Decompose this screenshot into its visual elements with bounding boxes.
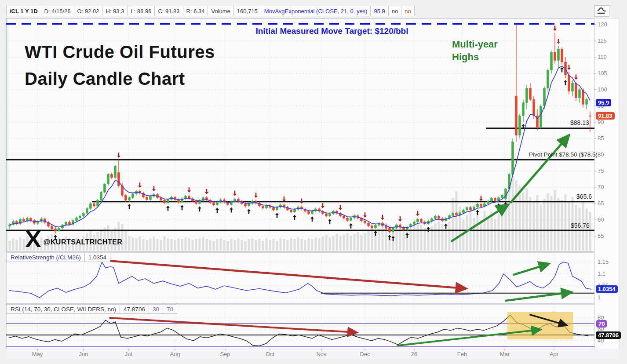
svg-text:120: 120 [598, 21, 607, 28]
svg-text:55: 55 [598, 233, 604, 239]
svg-text:65: 65 [598, 200, 604, 207]
line-chart-icon [597, 7, 607, 15]
volume-label-cell[interactable]: Volume [208, 6, 233, 16]
study-flag1-cell[interactable]: no [389, 6, 401, 16]
svg-text:Sep: Sep [220, 351, 230, 357]
svg-text:Dec: Dec [360, 351, 370, 357]
rs-study-label[interactable]: RelativeStrength (/CLM26) [7, 253, 85, 262]
close-cell[interactable]: C: 91.83 [155, 6, 183, 16]
rsi-header: RSI (14, 70, 30, CLOSE, WILDERS, no) 47.… [7, 305, 177, 314]
svg-text:1: 1 [598, 294, 601, 301]
x-logo-icon: X [25, 228, 41, 251]
open-cell[interactable]: O: 92.02 [74, 6, 103, 16]
level-88-label: $88.13 [570, 119, 589, 126]
watermark: X @KURTSALTRICHTER [26, 228, 122, 251]
svg-text:Mar: Mar [500, 351, 510, 357]
level-56-label: $56.76 [571, 222, 590, 229]
svg-text:110: 110 [598, 54, 607, 60]
rs-study-value: 1.0354 [85, 253, 110, 262]
rsi-overbought-setting[interactable]: 70 [163, 305, 177, 314]
rsi-study-label[interactable]: RSI (14, 70, 30, CLOSE, WILDERS, no) [7, 305, 120, 314]
toolbar: /CL 1 Y 1D D: 4/15/26 O: 92.02 H: 93.3 L… [6, 6, 415, 16]
rsi-value-badge: 47.8706 [596, 331, 621, 339]
svg-text:60: 60 [598, 216, 604, 223]
study-value-cell: 95.9 [371, 6, 388, 16]
volume-value-cell: 160,715 [234, 6, 261, 16]
multi-year-highs-label: Multi-year Highs [452, 38, 498, 63]
chart-style-button[interactable] [594, 5, 609, 17]
svg-text:Aug: Aug [170, 351, 180, 357]
ema-price-badge: 95.9 [596, 99, 611, 106]
pivot-point-label: Pivot Point $78.50 ($78.5) [529, 151, 598, 158]
svg-text:Jul: Jul [125, 351, 132, 357]
svg-text:75: 75 [598, 167, 604, 174]
last-price-badge: 91.83 [596, 112, 615, 120]
relative-strength-value-badge: 1.0354 [596, 285, 618, 293]
svg-text:1.1: 1.1 [598, 270, 605, 277]
svg-text:100: 100 [598, 86, 607, 93]
rsi-oversold-setting[interactable]: 30 [149, 305, 163, 314]
svg-text:115: 115 [598, 37, 607, 44]
svg-text:105: 105 [598, 70, 607, 76]
multi-year-line1: Multi-year [452, 38, 498, 51]
date-cell[interactable]: D: 4/15/26 [41, 6, 74, 16]
study-flag2-cell[interactable]: no [401, 6, 414, 16]
rsi-overbought-badge: 70 [596, 320, 607, 328]
chart-title: WTI Crude Oil Futures Daily Candle Chart [25, 39, 215, 92]
high-cell[interactable]: H: 93.3 [102, 6, 128, 16]
low-cell[interactable]: L: 86.96 [128, 6, 155, 16]
watermark-handle: @KURTSALTRICHTER [44, 238, 123, 246]
multi-year-line2: Highs [452, 51, 498, 63]
chart-title-line1: WTI Crude Oil Futures [25, 39, 215, 66]
svg-text:80: 80 [598, 151, 604, 158]
svg-text:85: 85 [598, 135, 604, 142]
svg-text:Feb: Feb [457, 351, 467, 357]
relative-strength-header: RelativeStrength (/CLM26) 1.0354 [7, 253, 110, 262]
svg-text:1.15: 1.15 [598, 258, 609, 265]
svg-text:26: 26 [411, 351, 417, 357]
measured-move-target-label: Initial Measured Move Target: $120/bbl [189, 26, 475, 36]
level-65-label: $65.6 [576, 193, 592, 200]
rsi-study-value: 47.8706 [120, 305, 149, 314]
symbol-timeframe-cell[interactable]: /CL 1 Y 1D [6, 6, 41, 16]
range-cell[interactable]: R: 6.34 [183, 6, 208, 16]
svg-text:Jun: Jun [79, 351, 88, 357]
svg-text:Nov: Nov [316, 351, 327, 357]
svg-text:Oct: Oct [266, 351, 275, 357]
trading-platform-screen: 55606570758085909510010511011512011.051.… [0, 0, 627, 364]
svg-text:May: May [32, 351, 43, 357]
svg-text:Apr: Apr [550, 351, 559, 357]
study-label-cell[interactable]: MovAvgExponential (CLOSE, 21, 0, yes) [261, 6, 371, 16]
chart-title-line2: Daily Candle Chart [25, 66, 215, 92]
rsi-highlight-box [507, 312, 573, 339]
svg-text:90: 90 [598, 119, 604, 125]
svg-text:70: 70 [598, 184, 604, 190]
